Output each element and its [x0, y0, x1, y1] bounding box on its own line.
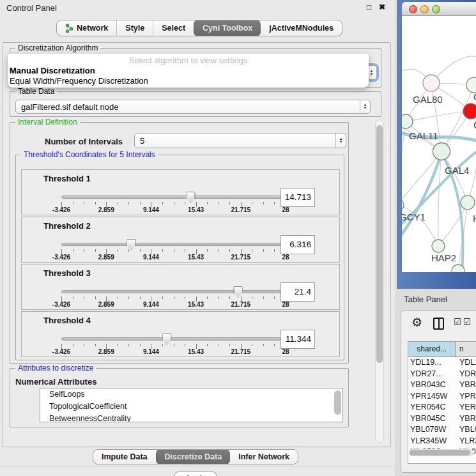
- table-horizontal-scrollbar-thumb[interactable]: [410, 450, 470, 456]
- zoom-traffic-light-icon[interactable]: [432, 5, 440, 13]
- panel-scrollbar-thumb[interactable]: [376, 125, 383, 363]
- list-scrollbar-thumb[interactable]: [334, 390, 341, 415]
- stepper-arrows-icon: ▲▼: [360, 100, 370, 113]
- node-gal4[interactable]: [433, 143, 450, 160]
- number-of-intervals-value: 5: [135, 136, 335, 146]
- table-row[interactable]: YDR27...YDR2: [408, 369, 476, 380]
- threshold-4-panel: Threshold 4 -3.4262.8599.14415.4321.7152…: [21, 311, 340, 357]
- table-data-select[interactable]: galFiltered.sif default node ▲▼: [15, 100, 371, 114]
- node-gal11[interactable]: [402, 114, 413, 128]
- threshold-2-value-field[interactable]: 6.316: [280, 235, 315, 254]
- numerical-attributes-list[interactable]: SelfLoopsTopologicalCoefficientBetweenne…: [40, 388, 343, 422]
- table-row[interactable]: YDL19...YDL1: [408, 357, 476, 369]
- tab-network[interactable]: Network: [57, 20, 116, 36]
- node-gcy1[interactable]: [402, 199, 404, 211]
- threshold-3-value-field[interactable]: 21.4: [280, 282, 315, 302]
- numerical-attributes-heading: Numerical Attributes: [15, 377, 96, 387]
- threshold-3-slider[interactable]: [61, 290, 286, 293]
- right-region: GAL80 G GAL11 GAL4 GCY1 H HAP2 C Table P…: [395, 0, 476, 476]
- node-label: G: [473, 91, 476, 102]
- threshold-1-panel: Threshold 1 -3.4262.8599.14415.4321.7152…: [21, 169, 340, 215]
- bottom-tab-bar: Impute Data Discretize Data Infer Networ…: [93, 449, 298, 464]
- cyni-toolbox-panel: Discretization Algorithm ▲▼ Table Data g…: [3, 42, 391, 447]
- table-header-row: shared... n: [408, 342, 476, 357]
- node-hap2[interactable]: [432, 240, 445, 252]
- thresholds-group-title: Threshold's Coordinates for 5 Intervals: [21, 150, 158, 159]
- node-label: GAL11: [409, 130, 438, 141]
- network-canvas[interactable]: GAL80 G GAL11 GAL4 GCY1 H HAP2 C: [402, 16, 476, 272]
- popup-option-manual[interactable]: Manual Discretization: [8, 66, 369, 76]
- tab-jactivemnodules[interactable]: jActiveMNodules: [261, 20, 342, 36]
- top-tab-bar: Network Style Select Cyni Toolbox jActiv…: [56, 20, 342, 36]
- node-selected-red[interactable]: [463, 104, 476, 119]
- node-h[interactable]: [461, 196, 475, 210]
- tab-style[interactable]: Style: [116, 20, 153, 36]
- close-icon[interactable]: ✖: [379, 3, 385, 12]
- table-row[interactable]: YLR345WYLR3: [408, 436, 476, 447]
- slider-tick-labels: -3.4262.8599.14415.4321.71528: [61, 301, 286, 309]
- table-row[interactable]: YBL079WYBL0: [408, 424, 476, 436]
- tab-select[interactable]: Select: [153, 20, 194, 36]
- apply-button[interactable]: Apply: [174, 472, 217, 476]
- popup-option-equal-width[interactable]: Equal Width/Frequency Discretization: [8, 76, 369, 86]
- table-horizontal-scrollbar[interactable]: [409, 449, 474, 456]
- tab-network-label: Network: [77, 24, 108, 33]
- control-panel-title: Control Panel: [6, 3, 57, 13]
- checkbox-checked-icon[interactable]: ☑: [454, 317, 461, 326]
- attributes-group-title: Attributes to discretize: [15, 364, 96, 372]
- node-label: GAL80: [413, 94, 443, 105]
- node-table: shared... n YDL19...YDL1YDR27...YDR2YBR0…: [408, 341, 476, 464]
- threshold-2-label: Threshold 2: [43, 221, 91, 231]
- thresholds-group: Threshold's Coordinates for 5 Intervals …: [15, 155, 344, 360]
- column-header-shared-name[interactable]: shared...: [408, 342, 456, 357]
- table-data-value: galFiltered.sif default node: [16, 102, 360, 112]
- attribute-list-item[interactable]: BetweennessCentrality: [40, 413, 342, 422]
- node-label: HAP2: [431, 252, 456, 263]
- interval-definition-title: Interval Definition: [15, 118, 80, 127]
- node-gal80[interactable]: [423, 75, 440, 91]
- checkbox-checked-icon[interactable]: ☑: [463, 317, 471, 326]
- float-icon[interactable]: □: [367, 3, 371, 12]
- node-label: GAL4: [445, 165, 469, 176]
- slider-tick-labels: -3.4262.8599.14415.4321.71528: [61, 254, 286, 261]
- gear-icon[interactable]: ⚙: [411, 315, 422, 330]
- table-row[interactable]: YBR043CYBR0: [408, 380, 476, 391]
- threshold-4-label: Threshold 4: [43, 316, 91, 325]
- split-columns-icon[interactable]: [433, 318, 444, 330]
- divider: [0, 466, 395, 466]
- table-row[interactable]: YBR045CYBR0: [408, 413, 476, 425]
- control-panel-titlebar: Control Panel □ ✖: [0, 0, 395, 15]
- popup-placeholder: Select algorithm to view settings: [8, 55, 369, 66]
- attribute-list-item[interactable]: TopologicalCoefficient: [40, 401, 342, 413]
- column-header-name[interactable]: n: [456, 342, 476, 357]
- table-data-group: Table Data galFiltered.sif default node …: [10, 91, 381, 117]
- table-row[interactable]: YER054CYER0: [408, 402, 476, 413]
- threshold-1-slider[interactable]: [61, 196, 286, 199]
- tab-infer-network[interactable]: Infer Network: [230, 450, 298, 464]
- network-window: GAL80 G GAL11 GAL4 GCY1 H HAP2 C: [397, 0, 476, 289]
- network-window-titlebar[interactable]: [402, 2, 476, 16]
- tab-discretize-data[interactable]: Discretize Data: [156, 449, 231, 464]
- threshold-4-value-field[interactable]: 11.344: [280, 330, 315, 349]
- threshold-3-label: Threshold 3: [43, 268, 91, 278]
- attribute-list-item[interactable]: SelfLoops: [40, 388, 342, 401]
- threshold-2-slider[interactable]: [61, 243, 286, 246]
- node-label: C: [473, 119, 476, 130]
- minimize-traffic-light-icon[interactable]: [420, 5, 429, 13]
- table-row[interactable]: YPR145WYPR1: [408, 391, 476, 403]
- slider-tick-labels: -3.4262.8599.14415.4321.71528: [61, 348, 286, 356]
- algorithm-dropdown-popup: Select algorithm to view settings Manual…: [8, 54, 369, 88]
- close-traffic-light-icon[interactable]: [409, 5, 417, 13]
- threshold-4-slider[interactable]: [61, 337, 286, 341]
- node-label: H: [473, 213, 476, 224]
- tab-cyni-toolbox[interactable]: Cyni Toolbox: [194, 20, 261, 36]
- tab-impute-data[interactable]: Impute Data: [93, 450, 156, 464]
- threshold-1-value-field[interactable]: 14.713: [280, 188, 315, 207]
- threshold-3-panel: Threshold 3 -3.4262.8599.14415.4321.7152…: [21, 264, 340, 310]
- node-label: GCY1: [402, 211, 426, 222]
- table-rows: YDL19...YDL1YDR27...YDR2YBR043CYBR0YPR14…: [408, 357, 476, 458]
- table-panel: ⚙ ☑ ☑ shared... n YDL19...YDL1YDR27...YD…: [401, 311, 476, 473]
- panel-scrollbar[interactable]: [375, 119, 384, 443]
- node-partial-top-right[interactable]: [466, 77, 476, 93]
- number-of-intervals-select[interactable]: 5 ▲▼: [134, 133, 346, 148]
